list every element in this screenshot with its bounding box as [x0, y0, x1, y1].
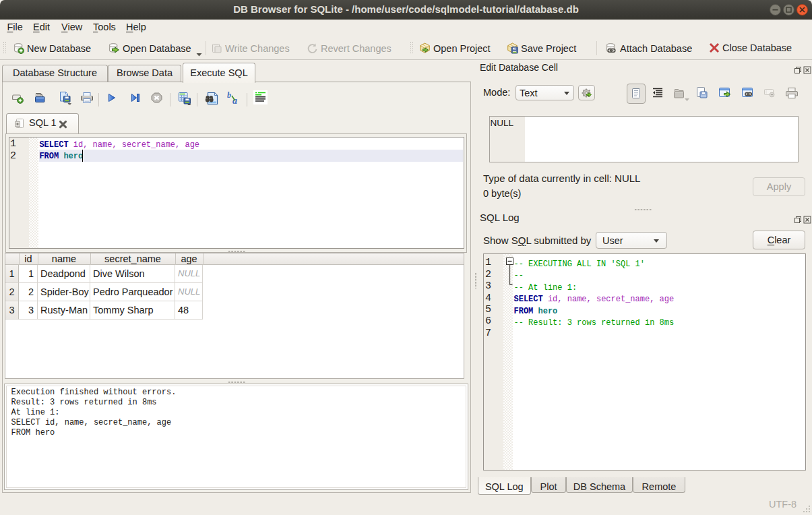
svg-text:b: b — [227, 91, 231, 100]
